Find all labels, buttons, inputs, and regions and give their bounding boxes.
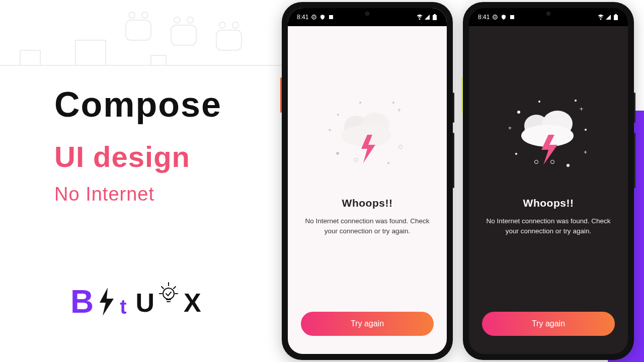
logo-letter-u: U: [136, 288, 155, 318]
phone-mockups: 8:41 + +: [282, 2, 634, 360]
svg-point-8: [232, 22, 238, 28]
cloud-bolt-illustration: + +: [327, 97, 408, 177]
brand-logo: B t U X: [70, 286, 201, 318]
headline-line-1: Compose: [54, 84, 266, 125]
svg-rect-14: [434, 14, 436, 15]
status-bar: 8:41: [288, 8, 447, 26]
svg-rect-0: [126, 20, 151, 40]
svg-point-11: [313, 17, 315, 18]
svg-rect-22: [614, 15, 618, 20]
volume-down-button: [634, 133, 635, 188]
power-button: [280, 77, 282, 113]
status-time: 8:41: [297, 14, 308, 21]
cloud-icon: [508, 97, 589, 177]
svg-point-20: [495, 17, 496, 18]
error-title: Whoops!!: [523, 197, 574, 209]
svg-rect-23: [615, 14, 617, 15]
square-icon: [328, 14, 334, 20]
svg-point-4: [174, 17, 180, 23]
gear-icon: [311, 14, 317, 20]
svg-rect-21: [510, 15, 514, 19]
svg-rect-6: [216, 30, 242, 50]
bolt-icon: [96, 288, 118, 316]
signal-icon: [605, 14, 611, 20]
power-button: [461, 77, 463, 113]
error-title: Whoops!!: [342, 197, 393, 209]
notch: [526, 8, 571, 19]
status-bar: 8:41: [469, 8, 628, 26]
screen-dark: 8:41 +: [469, 8, 628, 354]
notch: [345, 8, 390, 19]
svg-point-2: [142, 12, 148, 18]
volume-down-button: [453, 133, 454, 188]
svg-point-9: [163, 288, 174, 299]
status-time: 8:41: [478, 14, 490, 21]
wifi-icon: [417, 14, 423, 20]
error-message: No Internet connection was found. Check …: [301, 216, 434, 237]
svg-point-1: [129, 12, 135, 18]
try-again-button[interactable]: Try again: [301, 312, 434, 336]
headline-block: Compose UI design No Internet: [54, 84, 266, 205]
svg-rect-13: [433, 15, 437, 20]
wifi-icon: [598, 14, 604, 20]
phone-light: 8:41 + +: [282, 2, 453, 360]
svg-rect-12: [329, 15, 333, 19]
signal-icon: [424, 14, 430, 20]
square-icon: [509, 14, 515, 20]
svg-point-7: [219, 22, 225, 28]
try-again-button[interactable]: Try again: [482, 312, 615, 336]
logo-letter-b: B: [70, 286, 94, 318]
error-message: No Internet connection was found. Check …: [482, 216, 615, 237]
cloud-bolt-illustration: + + +: [508, 97, 589, 177]
lightbulb-icon: [157, 280, 180, 306]
svg-point-5: [187, 17, 193, 23]
shield-icon: [501, 14, 507, 20]
headline-line-3: No Internet: [54, 184, 266, 205]
logo-letter-x: X: [184, 288, 201, 318]
battery-icon: [432, 14, 438, 20]
gear-icon: [492, 14, 498, 20]
headline-line-2: UI design: [54, 140, 266, 173]
logo-letter-t: t: [120, 296, 126, 318]
battery-icon: [613, 14, 619, 20]
screen-light: 8:41 + +: [288, 8, 447, 354]
screen-content: + + Whoops!! No Intern: [288, 26, 447, 354]
volume-up-button: [634, 93, 635, 123]
svg-rect-3: [171, 25, 196, 45]
screen-content: + + + Whoops!!: [469, 26, 628, 354]
phone-dark: 8:41 +: [463, 2, 634, 360]
volume-up-button: [453, 93, 454, 123]
shield-icon: [319, 14, 326, 20]
cloud-icon: [327, 97, 408, 177]
